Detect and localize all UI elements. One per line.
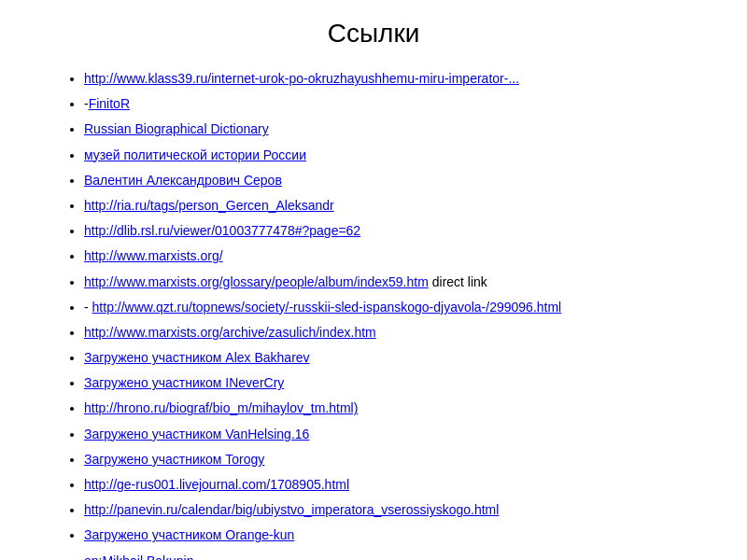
link-9[interactable]: http://www.qzt.ru/topnews/society/-russk… <box>92 300 562 315</box>
list-item: -FinitoR <box>84 92 691 116</box>
link-17[interactable]: http://panevin.ru/calendar/big/ubiystvo_… <box>84 502 499 517</box>
list-item: http://www.klass39.ru/internet-urok-po-o… <box>84 67 691 91</box>
link-14[interactable]: Загружено участником VanHelsing.16 <box>84 427 309 441</box>
link-8[interactable]: http://www.marxists.org/glossary/people/… <box>84 274 429 289</box>
link-12[interactable]: Загружено участником INeverCry <box>84 375 284 390</box>
list-item: http://ria.ru/tags/person_Gercen_Aleksan… <box>84 194 691 217</box>
link-0[interactable]: http://www.klass39.ru/internet-urok-po-o… <box>84 71 519 86</box>
list-item: Загружено участником Torogy <box>84 448 691 471</box>
links-list: http://www.klass39.ru/internet-urok-po-o… <box>56 67 691 560</box>
link-15[interactable]: Загружено участником Torogy <box>84 452 264 467</box>
list-item: Валентин Александрович Серов <box>84 169 691 192</box>
link-10[interactable]: http://www.marxists.org/archive/zasulich… <box>84 325 376 340</box>
list-item: - http://www.qzt.ru/topnews/society/-rus… <box>84 296 691 319</box>
list-item: http://www.marxists.org/archive/zasulich… <box>84 321 691 344</box>
list-item: http://panevin.ru/calendar/big/ubiystvo_… <box>84 498 691 522</box>
list-item: Загружено участником VanHelsing.16 <box>84 423 691 446</box>
link-5[interactable]: http://ria.ru/tags/person_Gercen_Aleksan… <box>84 198 334 213</box>
list-item: Загружено участником Orange-kun <box>84 524 691 547</box>
list-item: http://hrono.ru/biograf/bio_m/mihaylov_t… <box>84 397 691 420</box>
suffix-text-8: direct link <box>429 274 487 289</box>
list-item: en:Mikhail Bakunin <box>84 550 691 560</box>
list-item: http://dlib.rsl.ru/viewer/01003777478#?p… <box>84 219 691 243</box>
link-2[interactable]: Russian Biographical Dictionary <box>84 121 269 136</box>
list-item: Загружено участником Alex Bakharev <box>84 346 691 370</box>
link-3[interactable]: музей политической истории России <box>84 147 306 162</box>
link-16[interactable]: http://ge-rus001.livejournal.com/1708905… <box>84 477 349 492</box>
link-13[interactable]: http://hrono.ru/biograf/bio_m/mihaylov_t… <box>84 400 358 415</box>
list-item: http://ge-rus001.livejournal.com/1708905… <box>84 473 691 497</box>
link-19[interactable]: en:Mikhail Bakunin <box>84 553 194 560</box>
page-title: Ссылки <box>56 19 691 49</box>
list-item: http://www.marxists.org/glossary/people/… <box>84 271 691 294</box>
list-item: Загружено участником INeverCry <box>84 371 691 395</box>
link-4[interactable]: Валентин Александрович Серов <box>84 173 282 188</box>
list-item: http://www.marxists.org/ <box>84 245 691 268</box>
list-item: Russian Biographical Dictionary <box>84 118 691 141</box>
link-7[interactable]: http://www.marxists.org/ <box>84 248 223 263</box>
link-11[interactable]: Загружено участником Alex Bakharev <box>84 350 310 365</box>
list-item: музей политической истории России <box>84 144 691 167</box>
prefix-text-9: - <box>84 300 92 315</box>
link-1[interactable]: FinitoR <box>89 96 130 111</box>
link-6[interactable]: http://dlib.rsl.ru/viewer/01003777478#?p… <box>84 223 360 238</box>
link-18[interactable]: Загружено участником Orange-kun <box>84 527 294 542</box>
